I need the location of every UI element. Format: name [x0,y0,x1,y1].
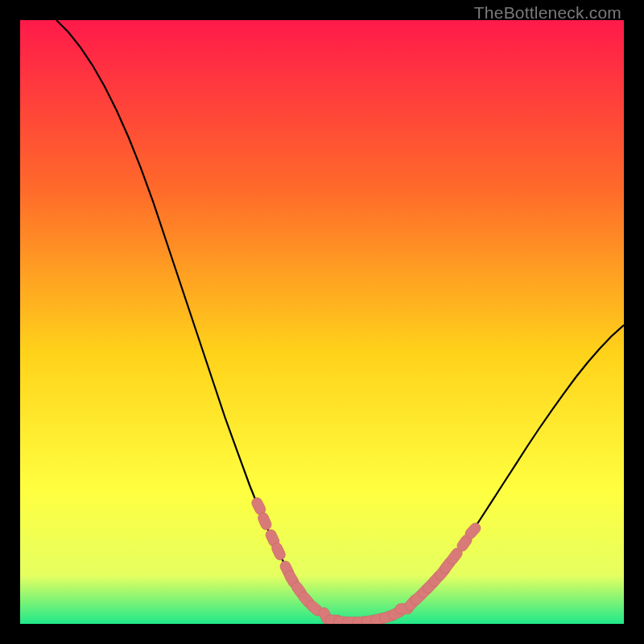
chart-frame [20,20,624,624]
chart-svg [20,20,624,624]
gradient-background [20,20,624,624]
